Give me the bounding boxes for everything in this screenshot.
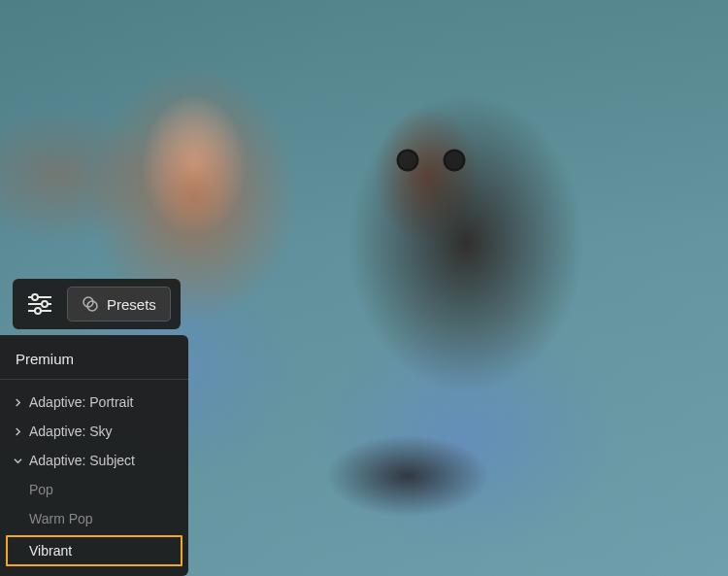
svg-point-5: [35, 308, 41, 314]
chevron-right-icon: [12, 396, 23, 408]
chevron-right-icon: [12, 425, 23, 437]
preset-group-adaptive-subject[interactable]: Adaptive: Subject: [0, 446, 188, 475]
preset-item-vibrant[interactable]: Vibrant: [6, 535, 182, 566]
preset-item-warm-pop[interactable]: Warm Pop: [0, 504, 188, 533]
svg-point-3: [42, 301, 48, 307]
sliders-icon[interactable]: [22, 290, 57, 318]
presets-button[interactable]: Presets: [67, 287, 171, 322]
preset-group-adaptive-portrait[interactable]: Adaptive: Portrait: [0, 388, 188, 417]
preset-group-label: Adaptive: Subject: [29, 453, 135, 468]
presets-button-label: Presets: [107, 296, 156, 313]
presets-panel: Premium Adaptive: Portrait Adaptive: Sky…: [0, 335, 188, 576]
preset-item-pop[interactable]: Pop: [0, 475, 188, 504]
panel-tab-premium[interactable]: Premium: [0, 335, 188, 380]
preset-group-label: Adaptive: Portrait: [29, 394, 133, 410]
edit-toolbar: Presets: [13, 279, 181, 329]
svg-point-1: [32, 294, 38, 300]
chevron-down-icon: [12, 455, 23, 466]
presets-icon: [82, 295, 99, 313]
preset-group-adaptive-sky[interactable]: Adaptive: Sky: [0, 417, 188, 446]
preset-group-label: Adaptive: Sky: [29, 424, 113, 439]
